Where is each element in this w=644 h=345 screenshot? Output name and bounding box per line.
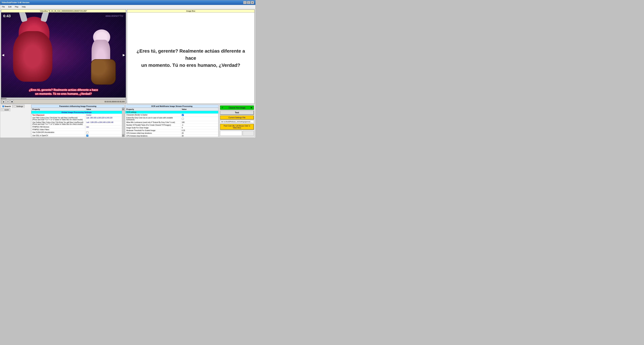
params-scrollable: Property Value Global Image Processing S… xyxy=(31,108,124,137)
params-cell-property: Use OGL in OpenCV xyxy=(31,134,85,137)
barrel xyxy=(91,59,116,85)
params-cell-value: Lab: l:180-255 a:108-148 b:108-148 xyxy=(85,121,122,125)
table-row: Moderate Threshold For Scaled Image: 0.2… xyxy=(126,129,218,132)
tab-ocr[interactable]: OCR xyxy=(1,108,10,111)
cleared-text-button[interactable]: ✔ Cleared Text Image ▶ xyxy=(220,105,254,110)
params-cell-property: Text Alignment xyxy=(31,114,85,116)
search-checkbox[interactable] xyxy=(2,105,4,107)
close-button[interactable]: ✕ xyxy=(251,1,254,4)
scroll-left-arrow[interactable]: ◀ xyxy=(2,53,4,57)
play-button[interactable]: ▶ xyxy=(2,100,6,103)
params-cell-property: Use Outline Filter Colors (Use 'Ctrl+Ent… xyxy=(31,121,85,125)
extend-grey-checkbox[interactable] xyxy=(182,118,184,120)
cleared-icon-right: ▶ xyxy=(251,106,252,109)
menu-help[interactable]: Help xyxy=(21,5,27,8)
video-subtitle: ¿Eres tú, gerente? Realmente actúas dife… xyxy=(29,88,98,96)
current-settings-button[interactable]: Current Settings File xyxy=(220,115,254,120)
ocr-body: OCR settings Characters Border Is Darker… xyxy=(126,111,218,137)
scroll-up-arrow[interactable]: ▲ xyxy=(122,108,124,110)
video-timestamp: 6:43 xyxy=(3,14,11,18)
main-content: VideoBox "0_10_35_510_000000000001280007… xyxy=(0,9,256,138)
scroll-down-arrow[interactable]: ▼ xyxy=(122,134,124,137)
bottom-panels: Search Settings OCR Parameters Influenci… xyxy=(0,105,256,138)
ocr-cell-property: Image Scale For Clear Image: xyxy=(126,126,181,129)
table-row: Text Alignment Center xyxy=(31,114,122,116)
cleared-icon-left: ✔ xyxy=(222,106,223,109)
ocr-cell-value: 180 xyxy=(181,121,218,124)
table-row: Use Outline Filter Colors (Use 'Ctrl+Ent… xyxy=(31,121,122,126)
scroll-right-arrow[interactable]: ▶ xyxy=(123,53,125,57)
menu-play[interactable]: Play xyxy=(14,5,20,8)
cleared-btn-label: Cleared Text Image xyxy=(228,107,246,109)
scrollbar-thumb[interactable] xyxy=(1,98,6,99)
table-row: Allow Min Luminance (used only if "Exten… xyxy=(126,121,218,124)
ocr-cell-value: -1 xyxy=(181,124,218,126)
color-box-colored xyxy=(243,131,254,136)
minimize-button[interactable]: ─ xyxy=(243,1,246,4)
demon-character xyxy=(8,17,64,89)
table-row: Number Of Parallel Tasks (For Create Cle… xyxy=(126,124,218,126)
image-content: ¿Eres tú, gerente? Realmente actúas dife… xyxy=(127,12,254,104)
title-bar: VideoSubFinder 5.40 Version ─ □ ✕ xyxy=(0,0,256,5)
ocr-cell-value xyxy=(181,116,218,121)
table-row: Image Scale For Clear Image: 4 xyxy=(126,126,218,129)
table-row: Use CUDA GPU Acceleration xyxy=(31,131,122,134)
window-controls: ─ □ ✕ xyxy=(243,1,254,4)
ocr-cell-value xyxy=(181,114,218,116)
ocr-tab-label: OCR xyxy=(4,109,9,111)
pause-button[interactable]: ⏸ xyxy=(6,100,10,103)
ogl-checkbox[interactable] xyxy=(86,135,88,137)
table-row: Use Filter Colors (Use 'Ctrl+Enter' for … xyxy=(31,116,122,121)
ocr-cell-property: Moderate Threshold For Scaled Image: xyxy=(126,129,181,132)
subtitle-line2: un momento. Tú no eres humano, ¿Verdad? xyxy=(29,92,98,96)
scroll-track[interactable] xyxy=(122,110,124,134)
table-row: Characters Border Is Darker xyxy=(126,114,218,116)
params-cell-property: FFMPEG HW Devices xyxy=(31,126,85,128)
params-table: Property Value Global Image Processing S… xyxy=(31,108,122,137)
cuda-checkbox[interactable] xyxy=(86,131,88,133)
ocr-cell-value: 4 xyxy=(181,126,218,129)
ocr-col-value: Value xyxy=(181,108,218,111)
ocr-cell-property: CPU kmeans loop iterations: xyxy=(126,135,181,137)
settings-checkbox[interactable] xyxy=(14,105,16,107)
subtitle-line1: ¿Eres tú, gerente? Realmente actúas dife… xyxy=(29,88,98,92)
demon-body xyxy=(13,31,52,82)
ocr-panel: OCR and Multiframe Image Stream Processi… xyxy=(125,105,219,137)
settings-tab-label: Settings xyxy=(16,105,23,107)
ocr-cell-value: 0.25 xyxy=(181,129,218,132)
table-row: FFMPEG HW Devices cpu xyxy=(31,126,122,128)
params-cell-property: FFMPEG Video Filters xyxy=(31,128,85,131)
stop-button[interactable]: ⏹ xyxy=(10,100,14,103)
params-col-property: Property xyxy=(31,108,85,111)
top-panels: VideoBox "0_10_35_510_000000000001280007… xyxy=(0,9,256,105)
params-header: Property Value xyxy=(31,108,122,111)
menu-bar: File Edit Play Help xyxy=(0,5,256,9)
table-row: Use OGL in OpenCV xyxy=(31,134,122,137)
params-cell-value xyxy=(85,128,122,131)
pixel-color-button[interactable]: Pixel Color (By 'Left Mouse Click' in Vi… xyxy=(220,124,254,130)
video-area: 6:43 www.AnimeYT.tv ¿Eres tú, gerente? R… xyxy=(1,12,126,97)
params-panel: Parameters Influencing Image Processing … xyxy=(31,105,124,137)
params-scrollbar: ▲ ▼ xyxy=(122,108,124,137)
image-subtitle: ¿Eres tú, gerente? Realmente actúas dife… xyxy=(130,47,251,69)
table-row: FFMPEG Video Filters xyxy=(31,128,122,131)
ocr-checkbox[interactable] xyxy=(2,109,4,111)
tab-search[interactable]: Search xyxy=(1,105,12,108)
video-frame: 6:43 www.AnimeYT.tv ¿Eres tú, gerente? R… xyxy=(1,12,126,97)
ocr-section-header: OCR settings xyxy=(126,111,218,114)
menu-edit[interactable]: Edit xyxy=(7,5,12,8)
params-cell-property: Use Filter Colors (Use 'Ctrl+Enter' for … xyxy=(31,116,85,121)
test-button[interactable]: Test xyxy=(220,110,254,115)
menu-file[interactable]: File xyxy=(1,5,6,8)
params-section-global-label: Global Image Processing Settings xyxy=(31,111,122,114)
restore-button[interactable]: □ xyxy=(247,1,250,4)
scrollbar-track[interactable] xyxy=(1,98,126,99)
params-cell-value xyxy=(85,134,122,137)
chars-border-checkbox[interactable] xyxy=(182,114,184,116)
tab-settings[interactable]: Settings xyxy=(13,105,25,108)
video-scrollbar[interactable] xyxy=(1,97,126,99)
ocr-cell-property: CPU kmeans initial loop iterations: xyxy=(126,132,181,134)
ocr-cell-value: 30 xyxy=(181,135,218,137)
video-watermark: www.AnimeYT.tv xyxy=(106,14,123,17)
image-panel: Image Box ¿Eres tú, gerente? Realmente a… xyxy=(127,9,255,104)
